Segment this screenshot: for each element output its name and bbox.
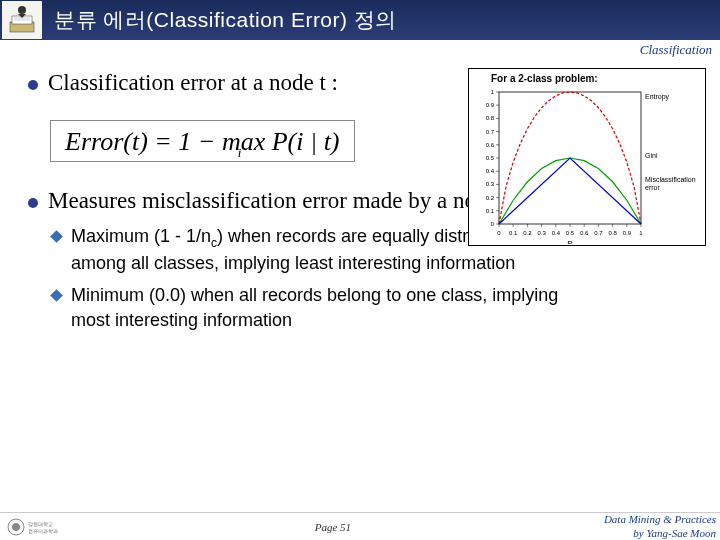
svg-text:0.2: 0.2 — [486, 195, 495, 201]
svg-text:Gini: Gini — [645, 152, 658, 159]
svg-text:0.8: 0.8 — [608, 230, 617, 236]
formula-eq: = 1 − max — [148, 127, 272, 156]
svg-text:0.1: 0.1 — [509, 230, 518, 236]
svg-text:1: 1 — [491, 89, 495, 95]
svg-text:0.7: 0.7 — [594, 230, 603, 236]
svg-text:1: 1 — [639, 230, 643, 236]
svg-text:0.4: 0.4 — [486, 168, 495, 174]
sub-bullet-text: Minimum (0.0) when all records belong to… — [71, 283, 558, 333]
svg-text:0.6: 0.6 — [486, 142, 495, 148]
svg-text:0.1: 0.1 — [486, 208, 495, 214]
svg-text:0.5: 0.5 — [486, 155, 495, 161]
university-logo-icon: 강원대학교 컴퓨터과학과 — [6, 516, 62, 538]
sub-text-frag: Maximum (1 - 1/n — [71, 226, 211, 246]
sub-text-frag: Minimum (0.0) when all records belong to… — [71, 285, 558, 305]
reader-icon — [2, 1, 42, 39]
svg-text:0.2: 0.2 — [523, 230, 532, 236]
sub-text-frag: among all classes, implying least intere… — [71, 253, 515, 273]
sub-bullet-item: Minimum (0.0) when all records belong to… — [52, 283, 692, 333]
svg-text:0: 0 — [491, 221, 495, 227]
chart-title: For a 2-class problem: — [491, 73, 701, 84]
sub-text-frag: most interesting information — [71, 310, 292, 330]
footer-credit: Data Mining & Practices by Yang-Sae Moon — [604, 513, 720, 539]
formula-box: Error(t) = 1 − max iP(i | t) — [50, 120, 355, 162]
credit-line: Data Mining & Practices — [604, 513, 716, 525]
diamond-icon — [50, 289, 63, 302]
svg-text:0.3: 0.3 — [486, 181, 495, 187]
bullet-icon — [28, 80, 38, 90]
svg-text:Entropy: Entropy — [645, 93, 670, 101]
svg-text:0.4: 0.4 — [552, 230, 561, 236]
slide-header: 분류 에러(Classification Error) 정의 Classific… — [0, 0, 720, 40]
page-number: Page 51 — [62, 521, 604, 533]
svg-text:0.7: 0.7 — [486, 129, 495, 135]
chart-svg: 00.10.20.30.40.50.60.70.80.9100.10.20.30… — [473, 86, 701, 244]
svg-text:0.6: 0.6 — [580, 230, 589, 236]
svg-text:컴퓨터과학과: 컴퓨터과학과 — [28, 528, 58, 534]
formula-subscript: i — [238, 145, 242, 161]
credit-line: by Yang-Sae Moon — [633, 527, 716, 539]
formula-rhs: P(i | t) — [272, 127, 340, 156]
bullet-icon — [28, 198, 38, 208]
svg-text:0.3: 0.3 — [537, 230, 546, 236]
impurity-chart: For a 2-class problem: 00.10.20.30.40.50… — [468, 68, 706, 246]
slide-footer: 강원대학교 컴퓨터과학과 Page 51 Data Mining & Pract… — [0, 512, 720, 540]
formula-lhs: Error(t) — [65, 127, 148, 156]
sub-bullet-text: Maximum (1 - 1/nc) when records are equa… — [71, 224, 517, 277]
svg-text:P: P — [567, 239, 572, 244]
svg-text:0: 0 — [497, 230, 501, 236]
svg-point-4 — [18, 6, 26, 14]
svg-text:0.8: 0.8 — [486, 115, 495, 121]
diamond-icon — [50, 230, 63, 243]
bullet-text: Classification error at a node t : — [48, 70, 338, 96]
bullet-text: Measures misclassification error made by… — [48, 188, 503, 214]
svg-text:0.9: 0.9 — [486, 102, 495, 108]
svg-text:강원대학교: 강원대학교 — [28, 521, 53, 527]
svg-text:error: error — [645, 184, 660, 191]
slide-title: 분류 에러(Classification Error) 정의 — [54, 6, 397, 34]
svg-text:Misclassification: Misclassification — [645, 176, 696, 183]
svg-text:0.9: 0.9 — [623, 230, 632, 236]
svg-point-56 — [12, 523, 20, 531]
svg-text:0.5: 0.5 — [566, 230, 575, 236]
